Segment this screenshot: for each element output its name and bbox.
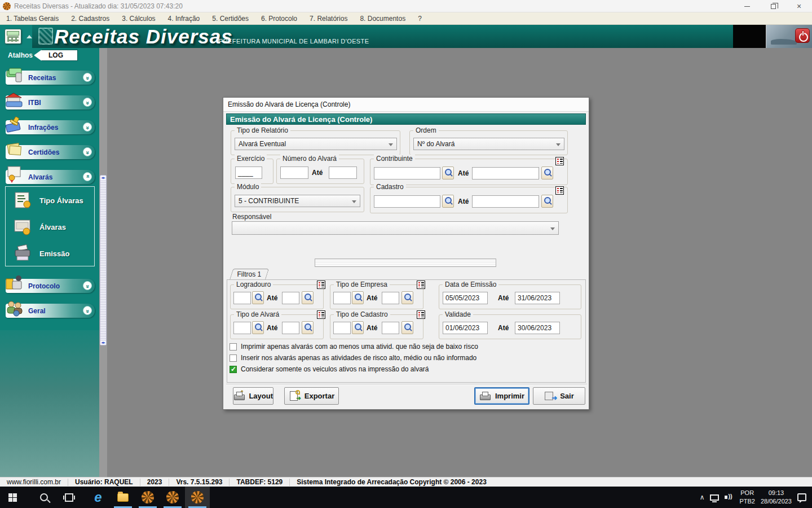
sidebar-item-protocolo[interactable]: Protocolo » <box>6 279 95 293</box>
tipo-empresa-ate-input[interactable] <box>382 292 399 304</box>
search-icon[interactable] <box>401 291 413 304</box>
sidebar-item-itbi[interactable]: ITBI » <box>6 95 95 110</box>
splitter-arrows-top[interactable]: ◂▸ <box>100 176 106 180</box>
cadastro-ate-input[interactable] <box>472 195 539 208</box>
sidebar-item-alvaras[interactable]: Alvarás » <box>6 170 95 184</box>
speaker-icon[interactable] <box>725 494 734 501</box>
notification-icon[interactable] <box>797 493 806 501</box>
search-icon[interactable] <box>541 195 553 208</box>
minimize-button[interactable] <box>734 0 760 12</box>
sidebar-item-emissao[interactable]: Emissão <box>14 244 69 262</box>
contribuinte-de-input[interactable] <box>374 167 440 179</box>
collapse-arrow-icon[interactable] <box>27 35 32 38</box>
checkbox-unchecked[interactable] <box>230 343 237 351</box>
tipo-cadastro-de-input[interactable] <box>333 322 351 334</box>
sair-button[interactable]: Sair <box>533 387 585 405</box>
exercicio-input[interactable]: ____ <box>235 167 262 179</box>
internet-explorer-button[interactable]: e <box>86 487 111 508</box>
cadastro-list-icon[interactable] <box>555 186 564 195</box>
sidebar-item-certidoes[interactable]: Certidões » <box>6 145 95 159</box>
tab-atalhos[interactable]: Atalhos <box>8 51 33 59</box>
tipo-cadastro-ate-input[interactable] <box>382 322 399 334</box>
search-icon[interactable] <box>352 291 364 304</box>
start-button[interactable] <box>0 487 25 508</box>
menu-documentos[interactable]: 8. Documentos <box>354 15 412 23</box>
numero-alvara-de-input[interactable] <box>280 167 308 179</box>
task-view-button[interactable] <box>56 487 81 508</box>
menu-relatorios[interactable]: 7. Relatórios <box>303 15 354 23</box>
search-icon[interactable] <box>302 321 314 334</box>
ordem-select[interactable]: Nº do Alvará <box>413 138 564 150</box>
dialog-caption[interactable]: Emissão do Alvará de Licença (Controle) <box>223 98 589 112</box>
search-icon[interactable] <box>302 291 314 304</box>
checkbox-row-baixo-risco[interactable]: Imprimir apenas alvarás com ao menos uma… <box>230 343 478 351</box>
checkbox-row-risco-alto[interactable]: Inserir nos alvarás apenas as atividades… <box>230 354 476 362</box>
data-emissao-de-input[interactable]: 05/05/2023 <box>443 292 488 304</box>
logradouro-ate-input[interactable] <box>282 292 299 304</box>
numero-alvara-ate-input[interactable] <box>329 167 357 179</box>
chevron-down-icon[interactable]: » <box>83 122 92 132</box>
validade-ate-input[interactable]: 30/06/2023 <box>515 322 560 334</box>
network-icon[interactable] <box>710 494 719 501</box>
sidebar-item-receitas[interactable]: Receitas » <box>6 71 95 85</box>
logradouro-list-icon[interactable] <box>317 281 325 289</box>
close-button[interactable]: × <box>786 0 812 12</box>
status-url[interactable]: www.fiorilli.com.br <box>0 479 68 486</box>
tipo-alvara-ate-input[interactable] <box>282 322 299 334</box>
menu-tabelas-gerais[interactable]: 1. Tabelas Gerais <box>0 15 65 23</box>
exportar-button[interactable]: Exportar <box>284 387 339 405</box>
power-icon[interactable] <box>795 28 810 43</box>
sidebar-item-alvaras-sub[interactable]: Álvaras <box>14 218 66 236</box>
modulo-select[interactable]: 5 - CONTRIBUINTE <box>235 195 360 207</box>
chevron-down-icon[interactable]: » <box>83 73 92 82</box>
restore-button[interactable] <box>760 0 786 12</box>
clock[interactable]: 09:13 28/06/2023 <box>761 489 792 506</box>
menu-calculos[interactable]: 3. Cálculos <box>116 15 161 23</box>
chevron-down-icon[interactable]: » <box>83 306 92 315</box>
checkbox-unchecked[interactable] <box>230 354 237 362</box>
tipo-relatorio-select[interactable]: Alvará Eventual <box>235 138 397 150</box>
tipo-empresa-de-input[interactable] <box>333 292 351 304</box>
imprimir-button[interactable]: Imprimir <box>474 387 529 405</box>
search-icon[interactable] <box>401 321 413 334</box>
search-icon[interactable] <box>442 195 454 208</box>
chevron-down-icon[interactable]: » <box>83 98 92 107</box>
tipo-alvara-list-icon[interactable] <box>317 310 325 319</box>
chevron-up-icon[interactable]: » <box>83 172 92 181</box>
calculator-icon[interactable] <box>5 29 21 44</box>
checkbox-checked[interactable] <box>230 366 237 373</box>
taskbar-search-button[interactable] <box>32 487 56 508</box>
file-explorer-button[interactable] <box>111 487 135 508</box>
layout-button[interactable]: Layout <box>233 387 273 405</box>
contribuinte-list-icon[interactable] <box>555 157 564 165</box>
chevron-down-icon[interactable]: » <box>83 147 92 156</box>
language-indicator[interactable]: POR PTB2 <box>739 489 755 506</box>
menu-infracao[interactable]: 4. Infração <box>162 15 206 23</box>
cadastro-de-input[interactable] <box>374 195 440 208</box>
splitter-handle[interactable]: ◂▸ ◂▸ <box>100 175 107 345</box>
responsavel-select[interactable] <box>232 221 559 235</box>
sidebar-item-tipo-alvaras[interactable]: Tipo Álvaras <box>14 191 83 209</box>
menu-cadastros[interactable]: 2. Cadastros <box>65 15 116 23</box>
search-icon[interactable] <box>442 167 454 179</box>
menu-protocolo[interactable]: 6. Protocolo <box>255 15 303 23</box>
logradouro-de-input[interactable] <box>233 292 251 304</box>
tipo-cadastro-list-icon[interactable] <box>417 310 425 319</box>
data-emissao-ate-input[interactable]: 31/06/2023 <box>515 292 560 304</box>
fiorilli-app-button-active[interactable] <box>185 487 210 508</box>
search-icon[interactable] <box>252 291 264 304</box>
fiorilli-app-button-2[interactable] <box>160 487 185 508</box>
tab-filtros-1[interactable]: Filtros 1 <box>230 269 269 280</box>
search-icon[interactable] <box>252 321 264 334</box>
contribuinte-ate-input[interactable] <box>472 167 539 179</box>
splitter-arrows-bottom[interactable]: ◂▸ <box>100 340 106 345</box>
tray-expand-icon[interactable]: ∧ <box>700 493 705 501</box>
tab-log[interactable]: LOG <box>34 50 78 61</box>
tipo-empresa-list-icon[interactable] <box>417 281 425 289</box>
search-icon[interactable] <box>352 321 364 334</box>
menu-help[interactable]: ? <box>412 15 428 23</box>
menu-certidoes[interactable]: 5. Certidões <box>206 15 255 23</box>
sidebar-item-infracoes[interactable]: Infrações » <box>6 120 95 134</box>
chevron-down-icon[interactable]: » <box>83 281 92 290</box>
tipo-alvara-de-input[interactable] <box>233 322 251 334</box>
